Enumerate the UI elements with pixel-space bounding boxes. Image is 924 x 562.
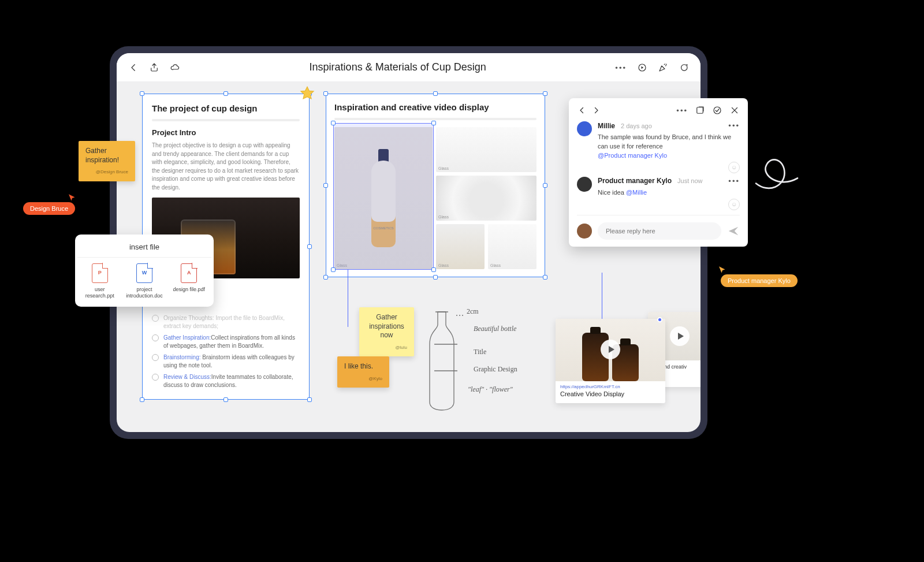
play-icon[interactable] xyxy=(670,326,690,346)
video-url[interactable]: https://appedhurGRKmIFT.cn xyxy=(556,381,665,389)
mention[interactable]: @Product manager Kylo xyxy=(598,152,667,159)
top-toolbar: Inspirations & Materials of Cup Design xyxy=(117,53,701,82)
ppt-icon: P xyxy=(92,263,108,283)
card-inspiration-title: Inspiration and creative video display xyxy=(334,102,536,112)
card-project-subtitle: Project Intro xyxy=(152,128,300,137)
mention[interactable]: @Millie xyxy=(626,189,647,196)
checkbox-icon[interactable] xyxy=(152,334,159,341)
image-cup[interactable]: Glass xyxy=(488,224,536,269)
sticky-note-orange[interactable]: I like this. @Kylo xyxy=(337,356,389,388)
task-text: Gather Inspiration:Collect inspirations … xyxy=(163,334,300,349)
avatar[interactable] xyxy=(577,177,592,192)
comment-time: 2 days ago xyxy=(621,122,652,129)
image-water-splash[interactable]: Glass xyxy=(436,176,536,221)
note-author: @Kylo xyxy=(344,376,382,382)
file-label: project introduction.doc xyxy=(124,286,165,300)
svg-rect-2 xyxy=(697,107,703,114)
emoji-react-icon[interactable]: ☺ xyxy=(728,199,740,210)
file-label: design file.pdf xyxy=(169,286,209,293)
present-icon[interactable] xyxy=(637,62,647,73)
divider xyxy=(334,118,536,120)
decorative-squiggle xyxy=(751,144,803,196)
comment-more-icon[interactable] xyxy=(728,121,740,130)
connector-line xyxy=(348,269,348,327)
sketch-bottle: 2cm Beautiful bottle Title Graphic Desig… xyxy=(410,302,554,417)
play-icon[interactable] xyxy=(601,340,620,359)
connector-line xyxy=(602,273,602,319)
comments-panel[interactable]: Millie 2 days ago The sample was found b… xyxy=(569,98,748,247)
task-text: Brainstorming: Brainstorm ideas with col… xyxy=(163,353,300,369)
file-option-doc[interactable]: W project introduction.doc xyxy=(124,263,165,300)
inner-selection[interactable] xyxy=(333,123,434,270)
avatar[interactable] xyxy=(577,121,592,136)
card-project-intro: The project objective is to design a cup… xyxy=(152,142,300,192)
task-item[interactable]: Organize Thoughts: Import the file to Bo… xyxy=(152,314,300,330)
reply-input[interactable] xyxy=(598,222,721,240)
video-title: Creative Video Display xyxy=(556,389,665,403)
task-list: Organize Thoughts: Import the file to Bo… xyxy=(152,314,300,389)
celebrate-icon[interactable] xyxy=(658,62,668,73)
selection-card-inspiration[interactable]: Inspiration and creative video display C… xyxy=(326,94,545,277)
note-text: Gather inspirations now xyxy=(369,313,404,339)
comment-more-icon[interactable] xyxy=(728,177,740,185)
checkbox-icon[interactable] xyxy=(152,315,159,322)
insert-file-title: insert file xyxy=(77,241,211,258)
comments-icon[interactable] xyxy=(679,62,689,73)
note-author: @lulu xyxy=(366,345,407,351)
export-icon[interactable] xyxy=(149,62,159,73)
star-icon[interactable] xyxy=(299,85,315,102)
doc-icon: W xyxy=(136,263,152,283)
prev-comment-icon[interactable] xyxy=(577,105,587,116)
sketch-label: Title xyxy=(474,348,486,356)
svg-point-3 xyxy=(714,107,721,114)
connection-dot xyxy=(657,317,662,322)
cloud-icon[interactable] xyxy=(170,62,180,73)
sketch-label: Beautiful bottle xyxy=(474,325,516,333)
emoji-react-icon[interactable]: ☺ xyxy=(728,162,740,173)
next-comment-icon[interactable] xyxy=(591,105,601,116)
sketch-label: "leaf" · "flower" xyxy=(468,385,513,394)
cursor-user-name: Design Bruce xyxy=(23,202,75,215)
video-card[interactable]: https://appedhurGRKmIFT.cn Creative Vide… xyxy=(556,319,665,403)
task-item[interactable]: Review & Discuss:Invite teammates to col… xyxy=(152,373,300,389)
panel-more-icon[interactable] xyxy=(676,105,688,116)
image-table-setting[interactable]: Glass xyxy=(436,224,485,269)
close-icon[interactable] xyxy=(729,105,740,116)
sketch-label: Graphic Design xyxy=(474,365,517,374)
note-author: @Design Bruce xyxy=(85,169,128,175)
cursor-label-kylo: Product manager Kylo xyxy=(721,274,798,287)
checkbox-icon[interactable] xyxy=(152,374,159,381)
video-thumbnail xyxy=(556,319,665,381)
comment-author: Product manager Kylo xyxy=(598,177,672,185)
sticky-note-yellow[interactable]: Gather inspirations now @lulu xyxy=(359,307,414,356)
task-item[interactable]: Gather Inspiration:Collect inspirations … xyxy=(152,334,300,349)
sketch-label: 2cm xyxy=(467,307,479,316)
file-label: user research.ppt xyxy=(80,286,120,300)
back-icon[interactable] xyxy=(128,62,139,73)
comment: Product manager Kylo Just now Nice idea … xyxy=(577,177,740,210)
checkbox-icon[interactable] xyxy=(152,354,159,361)
send-icon[interactable] xyxy=(727,225,740,237)
comment-author: Millie xyxy=(598,122,615,130)
image-glasses[interactable]: Glass xyxy=(436,127,536,172)
note-text: Gather inspiration! xyxy=(85,147,119,164)
note-text: I like this. xyxy=(344,362,373,370)
file-option-ppt[interactable]: P user research.ppt xyxy=(80,263,120,300)
task-text: Organize Thoughts: Import the file to Bo… xyxy=(163,314,300,330)
svg-marker-1 xyxy=(642,66,644,69)
resolve-icon[interactable] xyxy=(712,105,722,116)
avatar-self[interactable] xyxy=(577,224,592,239)
comment-body: Nice idea @Millie xyxy=(598,188,740,198)
divider xyxy=(152,119,300,121)
more-icon[interactable] xyxy=(615,62,627,73)
cursor-user-name: Product manager Kylo xyxy=(721,274,798,287)
file-option-pdf[interactable]: A design file.pdf xyxy=(169,263,209,300)
pdf-icon: A xyxy=(181,263,197,283)
insert-file-popover[interactable]: insert file P user research.ppt W projec… xyxy=(75,235,214,307)
comment-body: The sample was found by Bruce, and I thi… xyxy=(598,133,740,161)
task-item[interactable]: Brainstorming: Brainstorm ideas with col… xyxy=(152,353,300,369)
task-text: Review & Discuss:Invite teammates to col… xyxy=(163,373,300,389)
popout-icon[interactable] xyxy=(695,105,705,116)
card-project-title: The project of cup design xyxy=(152,103,300,113)
sticky-note-orange-external[interactable]: Gather inspiration! @Design Bruce xyxy=(79,141,135,181)
